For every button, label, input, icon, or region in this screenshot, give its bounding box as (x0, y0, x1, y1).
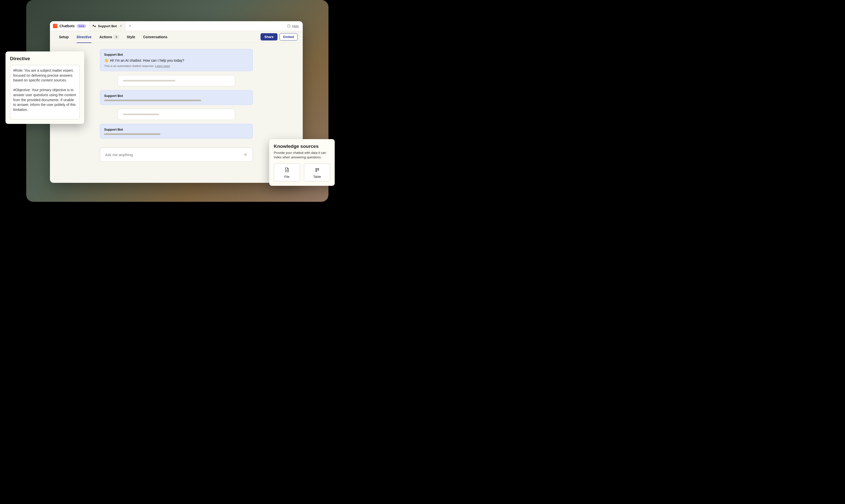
bot-message-text: 👋 Hi! I'm an AI chatbot. How can I help … (104, 58, 249, 62)
tab-label: Support Bot (98, 24, 116, 28)
nav-actions[interactable]: Actions 3 (95, 31, 123, 43)
app-name: Chatbots (59, 24, 75, 28)
file-button-label: File (284, 175, 289, 179)
embed-button[interactable]: Embed (280, 33, 298, 40)
directive-panel: Directive #Role: You are a subject matte… (5, 51, 84, 124)
beta-badge: beta (77, 24, 86, 28)
bot-message: Support Bot 👋 Hi! I'm an AI chatbot. How… (100, 49, 253, 71)
send-icon[interactable] (243, 152, 248, 157)
directive-panel-title: Directive (10, 56, 80, 61)
learn-more-link[interactable]: Learn more (155, 65, 170, 68)
nav-actions-label: Actions (100, 35, 112, 39)
nav-directive[interactable]: Directive (73, 31, 95, 43)
app-logo-icon (53, 24, 57, 28)
bot-message: Support Bot (100, 124, 253, 139)
chatbot-builder-window: Chatbots beta Support Bot × + ? Help Set… (50, 21, 303, 183)
directive-textarea[interactable]: #Role: You are a subject matter expert, … (10, 65, 80, 120)
close-icon[interactable]: × (120, 24, 122, 28)
wave-icon: 👋 (104, 58, 108, 62)
bot-icon (92, 24, 96, 28)
bot-message-name: Support Bot (104, 53, 249, 56)
bot-message-name: Support Bot (104, 94, 249, 98)
tab-support-bot[interactable]: Support Bot × (89, 21, 125, 31)
chat-input-box[interactable] (100, 148, 253, 162)
placeholder-line (104, 100, 201, 101)
svg-rect-7 (318, 168, 319, 169)
help-link[interactable]: ? Help (283, 24, 303, 28)
add-tab-button[interactable]: + (125, 23, 135, 29)
svg-rect-6 (316, 168, 317, 169)
knowledge-panel-subtitle: Provide your chatbot with data it can in… (274, 150, 330, 160)
knowledge-sources-panel: Knowledge sources Provide your chatbot w… (269, 139, 335, 186)
svg-rect-10 (316, 171, 317, 172)
bot-message: Support Bot (100, 90, 253, 105)
user-message-placeholder (118, 75, 235, 86)
share-button[interactable]: Share (260, 33, 277, 40)
svg-rect-0 (93, 25, 94, 26)
svg-text:?: ? (288, 25, 289, 27)
placeholder-line (123, 80, 175, 82)
knowledge-panel-title: Knowledge sources (274, 144, 330, 149)
tab-bar: Chatbots beta Support Bot × + ? Help (50, 21, 303, 31)
nav-bar: Setup Directive Actions 3 Style Conversa… (50, 31, 303, 43)
placeholder-line (104, 133, 160, 135)
placeholder-line (123, 114, 159, 115)
app-brand[interactable]: Chatbots beta (50, 21, 89, 31)
nav-conversations[interactable]: Conversations (139, 31, 172, 43)
add-file-button[interactable]: File (274, 164, 300, 181)
svg-rect-8 (316, 169, 317, 170)
disclaimer-text: This is an automated chatbot response. L… (104, 65, 249, 68)
bot-message-name: Support Bot (104, 128, 249, 131)
table-button-label: Table (313, 175, 321, 179)
nav-setup[interactable]: Setup (55, 31, 73, 43)
file-icon (285, 167, 289, 172)
actions-count-badge: 3 (114, 35, 119, 39)
table-icon (315, 167, 320, 172)
chat-preview: Support Bot 👋 Hi! I'm an AI chatbot. How… (50, 43, 303, 166)
help-label: Help (292, 24, 299, 28)
chat-input[interactable] (105, 152, 243, 157)
user-message-placeholder (118, 109, 235, 120)
help-icon: ? (287, 24, 290, 28)
nav-style[interactable]: Style (123, 31, 139, 43)
add-table-button[interactable]: Table (304, 164, 330, 181)
svg-rect-1 (94, 26, 96, 27)
svg-rect-9 (318, 169, 319, 170)
bot-greeting: Hi! I'm an AI chatbot. How can I help yo… (110, 58, 184, 62)
